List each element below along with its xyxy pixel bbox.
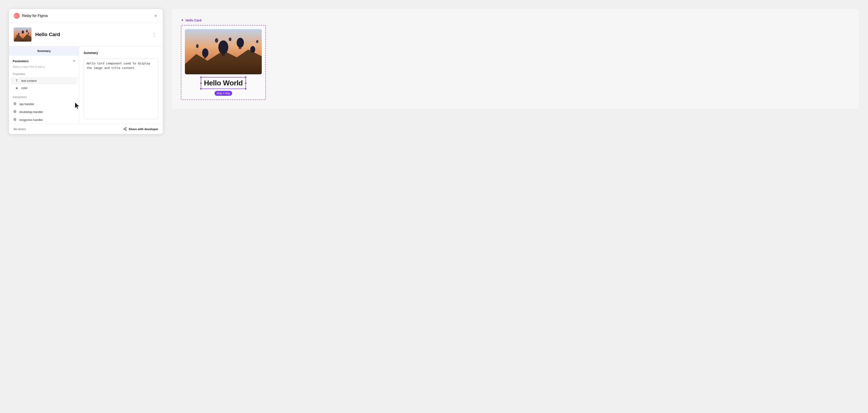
panel-header: Relay for Figma × (9, 9, 163, 23)
color-icon: ◈ (14, 86, 19, 90)
card-title-container: Hello World (201, 77, 246, 89)
svg-point-24 (125, 130, 126, 131)
handle-bottom-right (245, 88, 247, 90)
svg-point-39 (196, 44, 199, 48)
select-layer-hint: Select a layer first to add a (9, 65, 79, 71)
doubletap-handler-item[interactable]: doubletap-handler (9, 108, 79, 116)
summary-title: Summary (84, 51, 158, 55)
svg-point-38 (229, 37, 231, 41)
component-header: Hello World Hello Card ⋮ (9, 23, 163, 46)
tab-summary[interactable]: Summary (9, 46, 79, 56)
component-name: Hello Card (35, 32, 60, 37)
no-errors-label: No errors (13, 127, 26, 131)
svg-point-30 (218, 40, 228, 54)
svg-point-5 (18, 33, 20, 35)
handle-mid-right (245, 82, 247, 84)
svg-point-19 (14, 119, 16, 120)
svg-point-15 (14, 111, 16, 112)
right-summary: Summary (79, 46, 163, 124)
main-panel: Relay for Figma × (9, 9, 163, 134)
doubletap-handler-icon (13, 110, 17, 114)
share-icon (123, 127, 127, 131)
thumbnail-image: Hello World (14, 28, 32, 42)
left-sidebar: Summary Parameters + Select a layer firs… (9, 46, 79, 124)
params-title: Parameters (13, 59, 29, 63)
share-with-developer-button[interactable]: Share with developer (123, 127, 158, 131)
text-icon: T (14, 79, 19, 83)
balloon-scene-svg (185, 29, 262, 74)
svg-rect-33 (204, 57, 206, 59)
handle-top-left (200, 76, 202, 78)
svg-point-37 (215, 38, 218, 43)
svg-point-36 (250, 46, 255, 53)
svg-point-34 (237, 38, 244, 48)
panel-header-left: Relay for Figma (13, 13, 48, 19)
handle-bottom-left (200, 88, 202, 90)
svg-rect-31 (222, 54, 225, 56)
panel-title: Relay for Figma (22, 14, 48, 18)
svg-point-1 (15, 14, 17, 18)
property-color[interactable]: ◈ color (11, 84, 77, 92)
panel-footer: No errors Share with developer (9, 124, 163, 134)
handle-top-right (245, 76, 247, 78)
component-header-left: Hello World Hello Card (13, 27, 60, 42)
more-options-button[interactable]: ⋮ (150, 31, 158, 38)
summary-description[interactable] (84, 58, 158, 119)
content-area: Summary Parameters + Select a layer firs… (9, 46, 163, 124)
svg-point-8 (17, 35, 18, 36)
svg-line-26 (125, 128, 125, 129)
property-text-content[interactable]: T text-content (11, 77, 77, 84)
share-label: Share with developer (129, 127, 158, 131)
svg-point-40 (256, 40, 258, 43)
svg-rect-35 (239, 47, 241, 49)
card-title: Hello World (204, 79, 243, 87)
component-label-row: ✦ Hello Card (181, 18, 202, 22)
svg-point-11 (14, 103, 16, 104)
tap-handler-item[interactable]: tap-handler (9, 100, 79, 108)
svg-point-25 (124, 129, 125, 129)
component-thumbnail: Hello World (13, 27, 32, 42)
hug-badge: Hug × Hug (215, 91, 232, 96)
close-button[interactable]: × (153, 13, 158, 18)
svg-line-27 (125, 129, 125, 130)
longpress-handler-item[interactable]: longpress-handler (9, 116, 79, 124)
svg-point-6 (26, 30, 28, 32)
relay-logo-icon (13, 13, 20, 19)
svg-point-23 (125, 127, 126, 128)
card-image (185, 29, 262, 74)
interactions-section-label: Interactions (9, 94, 79, 100)
component-diamond-icon: ✦ (181, 18, 184, 22)
hello-card-canvas: Hello World Hug × Hug (181, 25, 266, 100)
canvas-area: ✦ Hello Card (172, 9, 859, 109)
params-header: Parameters + (9, 56, 79, 65)
properties-section-label: Properties (9, 71, 79, 77)
add-param-button[interactable]: + (73, 59, 75, 63)
svg-point-7 (28, 33, 29, 34)
svg-text:Hello World: Hello World (20, 40, 26, 41)
svg-point-32 (202, 49, 209, 57)
handle-mid-left (200, 82, 202, 84)
tap-handler-icon (13, 102, 17, 106)
longpress-handler-icon (13, 118, 17, 122)
svg-point-4 (22, 31, 24, 34)
